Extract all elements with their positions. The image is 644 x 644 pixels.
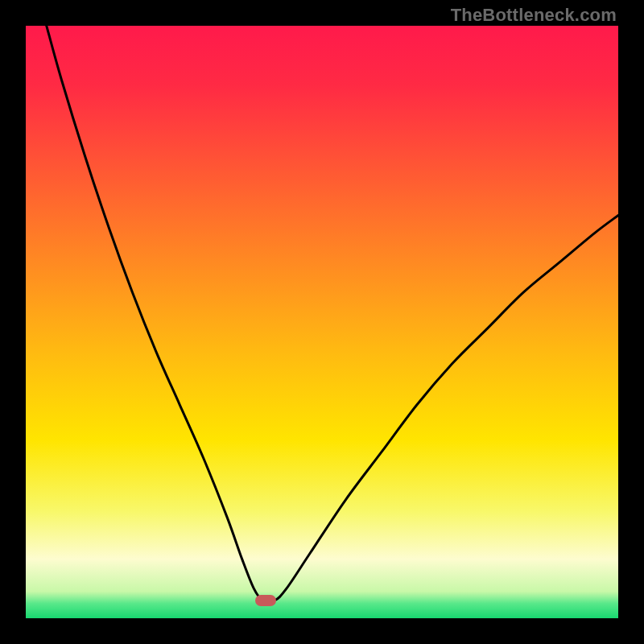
- watermark-text: TheBottleneck.com: [451, 5, 617, 26]
- optimal-marker: [255, 595, 276, 606]
- chart-frame: TheBottleneck.com: [0, 0, 644, 644]
- bottleneck-chart: [26, 26, 618, 618]
- plot-area: [26, 26, 618, 618]
- gradient-background: [26, 26, 618, 618]
